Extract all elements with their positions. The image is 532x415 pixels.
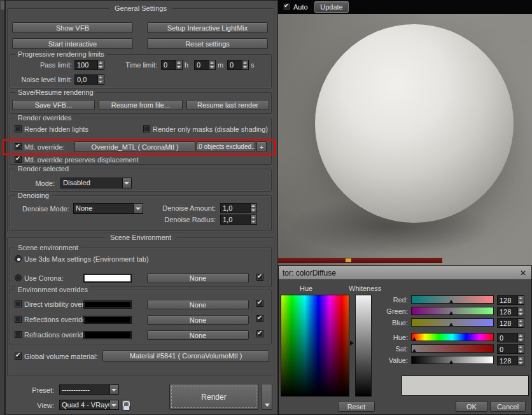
spinner-up-icon[interactable] — [251, 215, 256, 220]
slider-caret-icon[interactable] — [412, 337, 416, 341]
spinner-up-icon[interactable] — [176, 60, 182, 65]
hue-spinner[interactable]: 0 — [497, 333, 524, 342]
slider-caret-icon[interactable] — [449, 323, 453, 326]
spinner-arrows[interactable] — [242, 60, 248, 69]
spinner-arrows[interactable] — [517, 334, 524, 342]
color-selector-titlebar[interactable]: tor: colorDiffuse ✕ — [279, 266, 531, 280]
spinner-arrows[interactable] — [517, 345, 524, 353]
reflections-override-checkbox[interactable] — [15, 316, 22, 323]
spinner-arrows[interactable] — [517, 307, 524, 316]
corona-env-map-checkbox[interactable] — [256, 274, 263, 281]
reflections-map-checkbox[interactable] — [256, 315, 263, 322]
add-exclude-button[interactable]: + — [256, 141, 267, 152]
spinner-up-icon[interactable] — [209, 60, 215, 65]
reflections-color-swatch[interactable] — [83, 316, 132, 324]
setup-lightmix-button[interactable]: Setup Interactive LightMix — [147, 22, 268, 33]
use-3dsmax-radio[interactable] — [15, 255, 22, 262]
spinner-down-icon[interactable] — [98, 65, 104, 69]
view-dropdown[interactable]: Quad 4 - VRayC — [59, 400, 119, 410]
render-options-arrow-button[interactable] — [261, 384, 272, 410]
spinner-down-icon[interactable] — [518, 312, 524, 316]
chevron-down-icon[interactable] — [134, 204, 143, 213]
slider-caret-icon[interactable] — [449, 311, 453, 314]
save-vfb-button[interactable]: Save VFB... — [12, 100, 95, 110]
chevron-down-icon[interactable] — [122, 178, 131, 188]
denoise-mode-dropdown[interactable]: None — [73, 203, 143, 214]
use-corona-radio[interactable] — [15, 274, 22, 281]
cancel-button[interactable]: Cancel — [490, 401, 526, 412]
corona-env-color-swatch[interactable] — [83, 274, 132, 283]
start-interactive-button[interactable]: Start interactive — [12, 38, 133, 49]
spinner-up-icon[interactable] — [251, 204, 256, 208]
direct-visibility-map-checkbox[interactable] — [256, 300, 263, 307]
corona-env-map-button[interactable]: None — [147, 273, 249, 283]
render-button[interactable]: Render — [169, 384, 258, 410]
blue-spinner[interactable]: 128 — [497, 318, 524, 328]
spinner-arrows[interactable] — [517, 356, 524, 365]
global-volume-material-button[interactable]: Material #5841 ( CoronaVolumeMtl ) — [102, 350, 269, 362]
sat-slider[interactable] — [411, 344, 494, 353]
value-spinner[interactable]: 128 — [497, 356, 524, 365]
spinner-up-icon[interactable] — [98, 75, 104, 80]
refractions-color-swatch[interactable] — [83, 331, 132, 339]
close-icon[interactable]: ✕ — [518, 268, 528, 278]
chevron-down-icon[interactable] — [109, 385, 118, 394]
time-hours-spinner[interactable]: 0 — [161, 60, 183, 70]
red-spinner[interactable]: 128 — [497, 295, 524, 305]
refractions-override-checkbox[interactable] — [15, 331, 22, 338]
denoise-amount-spinner[interactable]: 1,0 — [220, 203, 257, 213]
mtl-override-checkbox[interactable] — [15, 143, 22, 150]
direct-visibility-color-swatch[interactable] — [83, 300, 132, 309]
excluded-objects-button[interactable]: 10 objects excluded... — [197, 141, 255, 152]
slider-caret-icon[interactable] — [449, 360, 453, 363]
spinner-arrows[interactable] — [97, 60, 104, 69]
resume-from-file-button[interactable]: Resume from file... — [99, 100, 183, 110]
time-seconds-spinner[interactable]: 0 — [227, 60, 249, 70]
preset-dropdown[interactable]: ------------ — [59, 384, 119, 395]
whiteness-strip[interactable] — [355, 295, 372, 397]
resume-last-render-button[interactable]: Resume last render — [186, 100, 269, 110]
update-button[interactable]: Update — [314, 1, 349, 13]
reset-settings-button[interactable]: Reset settings — [147, 38, 268, 49]
spinner-arrows[interactable] — [517, 296, 524, 304]
lock-view-icon[interactable] — [122, 400, 131, 411]
reflections-map-button[interactable]: None — [147, 315, 249, 325]
whiteness-marker-icon[interactable] — [350, 341, 354, 346]
blue-slider[interactable] — [411, 318, 494, 327]
hue-slider[interactable] — [411, 333, 494, 341]
reset-button[interactable]: Reset — [338, 401, 375, 412]
spinner-down-icon[interactable] — [518, 338, 524, 342]
render-only-masks-checkbox[interactable] — [143, 125, 150, 132]
spinner-up-icon[interactable] — [242, 60, 248, 65]
slider-caret-icon[interactable] — [412, 349, 416, 352]
spinner-down-icon[interactable] — [518, 349, 524, 354]
chevron-down-icon[interactable] — [109, 400, 118, 409]
spinner-down-icon[interactable] — [251, 208, 256, 213]
red-slider[interactable] — [411, 295, 494, 304]
spinner-up-icon[interactable] — [98, 60, 104, 65]
direct-visibility-map-button[interactable]: None — [147, 300, 249, 309]
spinner-down-icon[interactable] — [209, 65, 215, 69]
refractions-map-checkbox[interactable] — [256, 330, 263, 337]
refractions-map-button[interactable]: None — [147, 330, 249, 340]
pass-limit-spinner[interactable]: 100 — [74, 60, 104, 70]
spinner-down-icon[interactable] — [242, 65, 248, 69]
ok-button[interactable]: OK — [456, 401, 487, 412]
render-selected-mode-dropdown[interactable]: Disabled — [60, 178, 132, 188]
spinner-arrows[interactable] — [250, 204, 256, 213]
spinner-down-icon[interactable] — [518, 300, 524, 305]
spinner-arrows[interactable] — [97, 75, 104, 84]
slider-caret-icon[interactable] — [449, 300, 453, 303]
auto-update-checkbox[interactable] — [283, 3, 290, 10]
time-minutes-spinner[interactable]: 0 — [194, 60, 216, 70]
spinner-arrows[interactable] — [250, 215, 256, 224]
green-spinner[interactable]: 128 — [497, 307, 524, 316]
spinner-down-icon[interactable] — [518, 323, 524, 328]
spinner-down-icon[interactable] — [98, 80, 104, 84]
denoise-radius-spinner[interactable]: 1,0 — [220, 215, 257, 225]
hue-saturation-palette[interactable] — [281, 295, 349, 397]
noise-level-spinner[interactable]: 0,0 — [74, 74, 104, 85]
preserves-displacement-checkbox[interactable] — [15, 156, 22, 163]
show-vfb-button[interactable]: Show VFB — [12, 22, 133, 33]
spinner-down-icon[interactable] — [176, 65, 182, 69]
